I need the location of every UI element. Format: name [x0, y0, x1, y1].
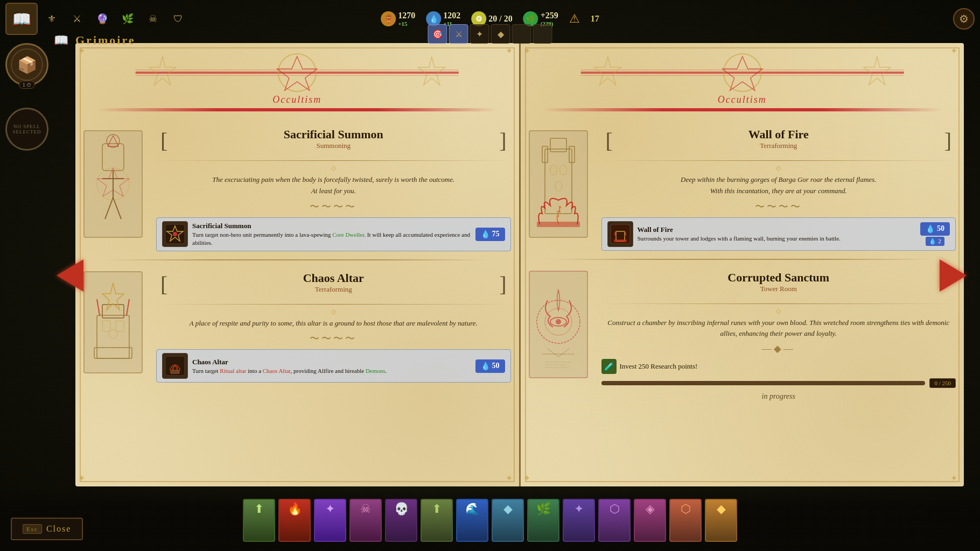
gold-amount: 1270 [398, 11, 415, 20]
progress-track [601, 381, 926, 385]
svg-point-27 [109, 330, 117, 338]
hero-icon[interactable]: ⚜ [40, 7, 64, 31]
close-button[interactable]: Esc Close [11, 518, 83, 540]
spell3-mana: 💧 50 [920, 222, 950, 236]
book-icon-btn[interactable]: 📖 [5, 3, 38, 35]
spell3-card-icon [607, 221, 633, 247]
spell2-red2: Chaos Altar [263, 368, 291, 374]
prev-page-button[interactable] [54, 254, 86, 297]
spell-btn-3[interactable]: ☠ [349, 499, 382, 542]
magic-icon[interactable]: 🔮 [90, 7, 114, 31]
spell4-desc: Construct a chamber by inscribing infern… [601, 317, 956, 340]
spell-btn-13[interactable]: ◆ [705, 499, 737, 542]
book-page-left: ✦ ✦ ✦ ✦ Occultism [75, 43, 521, 486]
mana-icon3b: 💧 [929, 238, 936, 244]
spell-btn-0[interactable]: ⬆ [243, 499, 275, 542]
svg-rect-19 [97, 315, 129, 358]
spell-btn-5[interactable]: ⬆ [421, 499, 453, 542]
left-header-svg [86, 51, 508, 94]
shield-icon[interactable]: 🛡 [166, 7, 190, 31]
svg-marker-4 [418, 56, 445, 85]
spell2-title: Chaos Altar [167, 271, 500, 285]
spell1-card-name: Sacrificial Summon [192, 221, 471, 231]
svg-marker-33 [594, 56, 621, 85]
left-section-title: Occultism [86, 94, 508, 105]
spell3-cost: 💧 50 💧 2 [920, 222, 950, 246]
spell-btn-8[interactable]: 🌿 [527, 499, 559, 542]
units-icon[interactable]: ⚔ [65, 7, 89, 31]
spell1-ornament: 〜〜〜〜 [156, 200, 511, 213]
spell3-card: Wall of Fire Surrounds your tower and lo… [601, 217, 956, 251]
settings-button[interactable]: ⚙ [953, 8, 975, 30]
spell-sanctum-content: Corrupted Sanctum Tower Room ◇ Construct… [521, 263, 964, 407]
sanctum-bracket-area: Corrupted Sanctum Tower Room [601, 268, 956, 300]
spell4-diamond: ◇ [601, 307, 956, 315]
spell2-ornament: 〜〜〜〜 [156, 332, 511, 345]
svg-point-18 [173, 232, 177, 236]
spell-section-sanctum: Corrupted Sanctum Tower Room ◇ Construct… [521, 263, 964, 407]
sanctum-illustration [529, 271, 588, 378]
combat-tools: 🎯 ⚔ ✦ ◆ [428, 24, 552, 44]
spell1-card-text: Sacrificial Summon Turn target non-hero … [192, 221, 471, 248]
spell-btn-9[interactable]: ✦ [563, 499, 595, 542]
corner-bl-left: ✦ [78, 473, 89, 484]
spell1-subtitle: Summoning [167, 142, 500, 150]
tool-diamond[interactable]: ◆ [491, 24, 510, 44]
spell2-card-desc: Turn target Ritual altar into a Chaos Al… [192, 367, 471, 375]
grimoire-book-icon: 📖 [54, 33, 70, 47]
alert-icon[interactable]: ⚠ [569, 12, 580, 26]
spell1-card-icon [162, 221, 188, 247]
right-page-header: Occultism [521, 43, 964, 119]
svg-rect-29 [171, 370, 179, 373]
bottom-spell-bar: ⬆ 🔥 ✦ ☠ 💀 ⬆ 🌊 ◆ 🌿 ✦ ⬡ ◈ ⬡ ◆ [0, 489, 980, 551]
fire-card-svg [610, 223, 631, 245]
spell-section-fire: [ ] Wall of Fire Terraforming ◇ Deep wit… [521, 119, 964, 256]
summon-bracket-left: [ [160, 130, 167, 152]
gold-icon: 🏺 [381, 11, 396, 26]
chaos-text-col: [ ] Chaos Altar Terraforming ◇ A place o… [156, 269, 511, 383]
alert-count: 17 [591, 14, 599, 24]
spell4-ornament: —◆— [601, 343, 956, 355]
mana-icon3: 💧 [926, 224, 935, 234]
spell-btn-7[interactable]: ◆ [492, 499, 524, 542]
spell-btn-4[interactable]: 💀 [385, 499, 417, 542]
fire-image-col [529, 125, 593, 251]
in-progress-label: in progress [601, 392, 956, 401]
grimoire-title: 📖 Grimoire [54, 33, 136, 47]
spell-btn-6[interactable]: 🌊 [456, 499, 488, 542]
esc-badge: Esc [23, 524, 42, 534]
spell1-title: Sacrificial Summon [167, 128, 500, 142]
research-label: Invest 250 Research points! [620, 362, 698, 371]
tool-empty1 [512, 24, 531, 44]
tool-sword[interactable]: ⚔ [449, 24, 468, 44]
svg-rect-43 [555, 181, 562, 191]
spell3-ornament: 〜〜〜〜 [601, 200, 956, 213]
next-page-button[interactable] [937, 254, 969, 297]
svg-rect-21 [102, 305, 124, 318]
research-flask-icon: 🧪 [601, 359, 617, 374]
nature-icon[interactable]: 🌿 [116, 7, 139, 31]
spell-btn-2[interactable]: ✦ [314, 499, 346, 542]
spell-btn-1[interactable]: 🔥 [278, 499, 311, 542]
spell3-card-name: Wall of Fire [638, 225, 916, 235]
no-spell-selected: NO SPELL SELECTED [5, 108, 48, 151]
right-header-svg [531, 51, 954, 94]
spell-section-chaos: [ ] Chaos Altar Terraforming ◇ A place o… [75, 263, 519, 388]
spell-fire-content: [ ] Wall of Fire Terraforming ◇ Deep wit… [521, 119, 964, 256]
spell1-green-text: Core Dweller [332, 231, 364, 238]
tool-empty2 [533, 24, 552, 44]
spell-chaos-content: [ ] Chaos Altar Terraforming ◇ A place o… [75, 263, 519, 388]
fire-illustration [529, 130, 588, 238]
book: ✦ ✦ ✦ ✦ Occultism [75, 43, 964, 486]
top-right: ⚙ [953, 8, 975, 30]
spell-btn-10[interactable]: ⬡ [598, 499, 631, 542]
left-arrow-icon [57, 259, 83, 292]
summon-bracket-area: [ ] Sacrificial Summon Summoning [156, 125, 511, 157]
tool-star[interactable]: ✦ [470, 24, 489, 44]
skull-icon[interactable]: ☠ [141, 7, 165, 31]
tool-target[interactable]: 🎯 [428, 24, 447, 44]
svg-rect-44 [537, 222, 580, 227]
chaos-illustration [83, 271, 143, 373]
spell-btn-11[interactable]: ◈ [634, 499, 666, 542]
spell-btn-12[interactable]: ⬡ [669, 499, 702, 542]
